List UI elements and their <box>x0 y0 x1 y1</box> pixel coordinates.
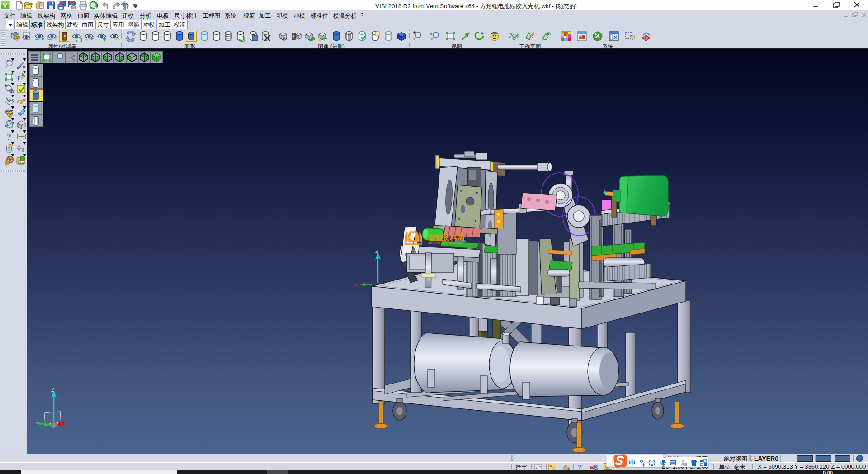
svg-text:Z: Z <box>375 249 378 254</box>
svg-text:X: X <box>64 421 67 427</box>
svg-text:智造资料网: 智造资料网 <box>428 233 464 242</box>
svg-text:Z: Z <box>51 387 54 393</box>
svg-text:中: 中 <box>629 459 636 466</box>
svg-text:Y: Y <box>354 283 358 288</box>
svg-text:INTELLIGENT MANUFACTURING DATA: INTELLIGENT MANUFACTURING DATA <box>428 242 463 244</box>
svg-text:?: ? <box>7 132 11 142</box>
svg-text:Y: Y <box>30 421 33 427</box>
